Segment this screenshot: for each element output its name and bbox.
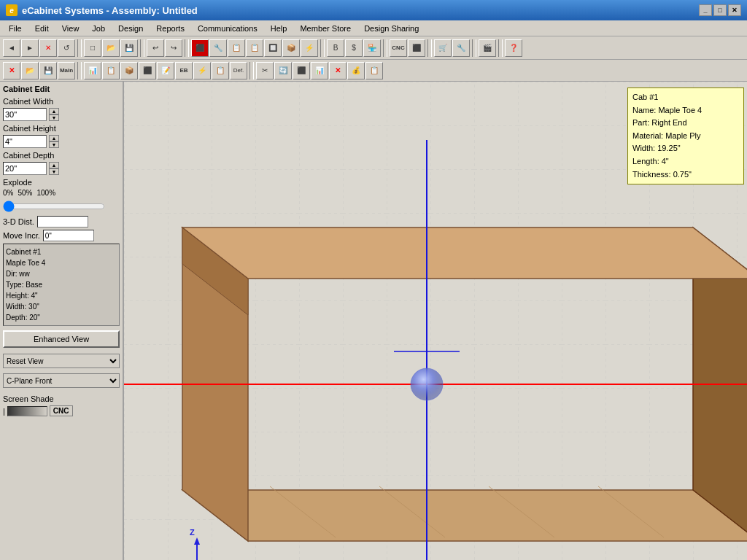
menu-item-edit[interactable]: Edit xyxy=(29,23,55,34)
move-incr-label: Move Incr. xyxy=(3,231,40,240)
window-controls[interactable]: _ □ ✕ xyxy=(699,4,741,16)
shade-slider[interactable] xyxy=(7,406,47,416)
tb2-btn-2[interactable]: 📋 xyxy=(102,62,120,79)
tb2-btn-6[interactable]: ⚡ xyxy=(193,62,211,79)
save-button[interactable]: 💾 xyxy=(120,39,138,57)
tb-btn-14[interactable]: 🛒 xyxy=(434,39,452,57)
info-line-5: Height: 4" xyxy=(6,290,117,301)
cabinet-width-up[interactable]: ▲ xyxy=(49,108,59,114)
info-line-4: Type: Base xyxy=(6,279,117,290)
tb2-btn-11[interactable]: 📊 xyxy=(311,62,328,79)
cabinet-info-box: Cabinet #1 Maple Toe 4 Dir: ww Type: Bas… xyxy=(3,244,120,326)
move-incr-input[interactable] xyxy=(43,230,94,241)
cabinet-depth-label: Cabinet Depth xyxy=(3,151,120,160)
menu-item-job[interactable]: Job xyxy=(86,23,111,34)
cabinet-height-spinners[interactable]: ▲ ▼ xyxy=(49,135,59,148)
tb-btn-2[interactable]: ↪ xyxy=(165,39,182,57)
tb-btn-8[interactable]: 📦 xyxy=(282,39,300,57)
left-panel: Cabinet Edit Cabinet Width ▲ ▼ Cabinet H… xyxy=(0,82,124,560)
separator5 xyxy=(383,39,387,57)
menu-item-file[interactable]: File xyxy=(3,23,28,34)
help-button[interactable]: ❓ xyxy=(505,39,522,57)
close-button[interactable]: ✕ xyxy=(728,4,741,16)
cabinet-height-up[interactable]: ▲ xyxy=(49,135,59,141)
tb-btn-9[interactable]: ⚡ xyxy=(301,39,318,57)
tb2-btn-4[interactable]: ⬛ xyxy=(139,62,156,79)
tb-btn-1[interactable]: ↩ xyxy=(147,39,164,57)
tb2-btn-12[interactable]: 💰 xyxy=(347,62,365,79)
new-button[interactable]: □ xyxy=(84,39,101,57)
cabinet-width-row: ▲ ▼ xyxy=(3,108,120,121)
tb2-btn-save[interactable]: 💾 xyxy=(39,62,57,79)
tb-btn-6[interactable]: 📋 xyxy=(246,39,263,57)
explode-slider[interactable] xyxy=(3,201,105,212)
reset-view-dropdown[interactable]: Reset View xyxy=(3,354,120,368)
open-button[interactable]: 📂 xyxy=(102,39,120,57)
menu-item-view[interactable]: View xyxy=(56,23,85,34)
separator4 xyxy=(320,39,325,57)
menu-item-member-store[interactable]: Member Store xyxy=(294,23,357,34)
explode-50: 50% xyxy=(18,189,32,197)
tb2-btn-1[interactable]: 📊 xyxy=(84,62,101,79)
cabinet-height-input[interactable] xyxy=(3,135,47,148)
cabinet-height-down[interactable]: ▼ xyxy=(49,141,59,148)
tb2-btn-8[interactable]: ✂ xyxy=(256,62,274,79)
tb2-btn-13[interactable]: 📋 xyxy=(365,62,383,79)
dist-3d-input[interactable] xyxy=(37,216,88,228)
info-line-6: Width: 30" xyxy=(6,301,117,312)
tb-btn-15[interactable]: 🔧 xyxy=(452,39,470,57)
tb2-btn-def[interactable]: Def. xyxy=(230,62,247,79)
tb-btn-cnc[interactable]: CNC xyxy=(390,39,407,57)
cnc-badge[interactable]: CNC xyxy=(50,405,73,416)
menu-item-design-sharing[interactable]: Design Sharing xyxy=(358,23,425,34)
enhanced-view-button[interactable]: Enhanced View xyxy=(3,330,120,348)
minimize-button[interactable]: _ xyxy=(699,4,712,16)
part-info-overlay: Cab #1 Name: Maple Toe 4 Part: Right End… xyxy=(627,88,744,184)
tb-btn-5[interactable]: 📋 xyxy=(228,39,245,57)
menu-item-design[interactable]: Design xyxy=(112,23,149,34)
tb2-btn-x[interactable]: ✕ xyxy=(3,62,20,79)
tb2-btn-open[interactable]: 📂 xyxy=(21,62,39,79)
viewport[interactable]: Z X Cab #1 Name: Maple Toe 4 Part: Right… xyxy=(124,82,747,560)
tb2-sep2 xyxy=(249,62,254,79)
cabinet-depth-input[interactable] xyxy=(3,162,47,175)
toolbar2: ✕ 📂 💾 Main 📊 📋 📦 ⬛ 📝 EB ⚡ 📋 Def. ✂ 🔄 ⬛ 📊… xyxy=(0,60,747,82)
tb-btn-10[interactable]: B xyxy=(327,39,344,57)
tb-btn-7[interactable]: 🔲 xyxy=(264,39,282,57)
maximize-button[interactable]: □ xyxy=(713,4,727,16)
cplane-dropdown[interactable]: C-Plane Front xyxy=(3,373,120,388)
tb2-sep xyxy=(77,62,82,79)
back-button[interactable]: ◄ xyxy=(3,39,20,57)
cabinet-depth-spinners[interactable]: ▲ ▼ xyxy=(49,162,59,175)
refresh-button[interactable]: ↺ xyxy=(58,39,75,57)
cabinet-width-input[interactable] xyxy=(3,108,47,121)
tb-btn-16[interactable]: 🎬 xyxy=(479,39,496,57)
cabinet-height-row: ▲ ▼ xyxy=(3,135,120,148)
menu-item-communications[interactable]: Communications xyxy=(192,23,263,34)
part-info-cab: Cab #1 xyxy=(632,91,739,104)
screen-shade-row: | CNC xyxy=(3,405,120,416)
tb-btn-3[interactable]: ⬛ xyxy=(191,39,209,57)
cabinet-depth-down[interactable]: ▼ xyxy=(49,168,59,175)
tb2-btn-7[interactable]: 📋 xyxy=(212,62,229,79)
tb-btn-11[interactable]: $ xyxy=(345,39,363,57)
tb-btn-12[interactable]: 🏪 xyxy=(363,39,381,57)
tb2-btn-eb[interactable]: EB xyxy=(175,62,193,79)
tb2-btn-5[interactable]: 📝 xyxy=(157,62,174,79)
tb-btn-4[interactable]: 🔧 xyxy=(209,39,227,57)
tb2-btn-9[interactable]: 🔄 xyxy=(274,62,292,79)
cabinet-width-spinners[interactable]: ▲ ▼ xyxy=(49,108,59,121)
tb2-btn-3[interactable]: 📦 xyxy=(120,62,138,79)
separator3 xyxy=(185,39,189,57)
cabinet-height-label: Cabinet Height xyxy=(3,124,120,133)
cabinet-depth-up[interactable]: ▲ xyxy=(49,162,59,168)
tb-btn-13[interactable]: ⬛ xyxy=(408,39,425,57)
menu-item-reports[interactable]: Reports xyxy=(150,23,190,34)
stop-button[interactable]: ✕ xyxy=(39,39,57,57)
tb2-btn-red-x[interactable]: ✕ xyxy=(329,62,347,79)
cabinet-width-down[interactable]: ▼ xyxy=(49,114,59,121)
tb2-btn-main[interactable]: Main xyxy=(58,62,75,79)
menu-item-help[interactable]: Help xyxy=(265,23,293,34)
forward-button[interactable]: ► xyxy=(21,39,39,57)
tb2-btn-10[interactable]: ⬛ xyxy=(293,62,310,79)
